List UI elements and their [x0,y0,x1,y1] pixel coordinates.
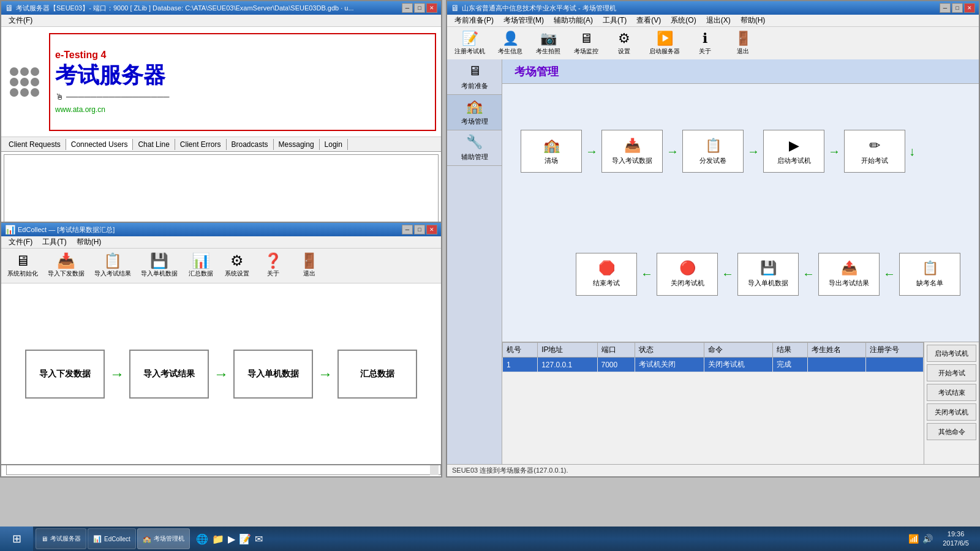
toolbar-register-exam[interactable]: 📝 注册考试机 [452,29,488,57]
taskbar-word-icon[interactable]: 📝 [239,533,251,545]
tool-import-standalone[interactable]: 💾 导入单机数据 [137,251,181,280]
register-exam-icon: 📝 [462,31,478,47]
toolbar-settings-label: 设置 [618,47,630,56]
menu-view[interactable]: 查看(V) [631,14,666,27]
toolbar-exam-monitor[interactable]: 🖥 考场监控 [571,29,601,57]
taskbar-folder-icon[interactable]: 📁 [212,533,224,545]
edcollect-close-button[interactable]: ✕ [426,225,437,234]
wf-end-exam[interactable]: 🛑 结束考试 [576,253,637,296]
tab-chat-line[interactable]: Chat Line [133,139,175,150]
table-row[interactable]: 1 127.0.0.1 7000 考试机关闭 关闭考试机 完成 [503,358,924,372]
tool-init-system[interactable]: 🖥 系统初始化 [4,251,42,280]
logo-url[interactable]: www.ata.org.cn [55,105,430,114]
wf-start-exam-machine[interactable]: ▶ 启动考试机 [763,130,824,173]
menu-system[interactable]: 系统(O) [666,14,701,27]
sidebar-aux-mgmt[interactable]: 🔧 辅助管理 [447,130,502,166]
menu-aux-func[interactable]: 辅助功能(A) [549,14,598,27]
wf-import-exam-data[interactable]: 📥 导入考试数据 [601,130,663,173]
flow-import-distribute[interactable]: 导入下发数据 [25,350,105,399]
tab-messaging[interactable]: Messaging [274,139,320,150]
menu-help[interactable]: 帮助(H) [736,14,771,27]
flow-arrow-2: → [214,365,228,383]
taskbar-media-icon[interactable]: ▶ [228,533,235,545]
tool-exit[interactable]: 🚪 退出 [292,251,326,280]
exam-mgmt-maximize-button[interactable]: □ [952,3,963,13]
wf-export-results[interactable]: 📤 导出考试结果 [818,253,880,296]
sidebar-aux-mgmt-icon: 🔧 [466,134,483,150]
menu-exit[interactable]: 退出(X) [701,14,736,27]
tray-volume-icon[interactable]: 🔊 [922,534,933,544]
taskbar-clock[interactable]: 19:36 2017/6/5 [937,530,975,549]
toolbar-student-info[interactable]: 👤 考生信息 [495,29,526,57]
menu-pre-exam[interactable]: 考前准备(P) [450,14,499,27]
tool-about[interactable]: ❓ 关于 [256,251,290,280]
btn-begin-exam[interactable]: 开始考试 [927,364,976,381]
toolbar-start-server-label: 启动服务器 [649,47,680,56]
sidebar-exam-mgmt[interactable]: 🏫 考场管理 [447,95,502,130]
exam-server-titlebar: 🖥 考试服务器【SEUE03】- 端口：9000 [ ZLib ] Databa… [1,1,441,15]
tab-connected-users[interactable]: Connected Users [66,139,134,150]
menu-tools[interactable]: 工具(T) [598,14,631,27]
wf-clear-room[interactable]: 🏫 清场 [521,130,582,173]
minimize-button[interactable]: ─ [402,3,413,13]
taskbar-label-3: 考场管理机 [154,534,184,543]
taskbar-ie-icon[interactable]: 🌐 [196,533,208,545]
col-port: 端口 [597,343,635,358]
toolbar-exit[interactable]: 🚪 退出 [728,29,758,57]
edcollect-minimize-button[interactable]: ─ [402,225,413,234]
toolbar-settings[interactable]: ⚙ 设置 [609,29,639,57]
sidebar-pre-exam[interactable]: 🖥 考前准备 [447,59,502,95]
exam-data-table[interactable]: 机号 IP地址 端口 状态 命令 结果 考生姓名 注册学号 [502,342,924,464]
flow-import-standalone[interactable]: 导入单机数据 [233,350,313,399]
wf-import-standalone-data[interactable]: 💾 导入单机数据 [737,253,799,296]
flow-import-results[interactable]: 导入考试结果 [129,350,209,399]
toolbar-student-photo[interactable]: 📷 考生拍照 [533,29,564,57]
maximize-button[interactable]: □ [414,3,425,13]
btn-start-exam-machine[interactable]: 启动考试机 [927,345,976,362]
wf-start-exam[interactable]: ✏ 开始考试 [844,130,905,173]
logo-dot-1 [10,67,18,76]
exam-table-container: 机号 IP地址 端口 状态 命令 结果 考生姓名 注册学号 [502,342,979,464]
edcollect-menu-help[interactable]: 帮助(H) [72,236,107,249]
close-button[interactable]: ✕ [426,3,437,13]
btn-end-exam[interactable]: 考试结束 [927,384,976,401]
taskbar-label-2: EdCollect [104,536,130,542]
tab-broadcasts[interactable]: Broadcasts [227,139,274,150]
flow-aggregate[interactable]: 汇总数据 [337,350,417,399]
toolbar-about[interactable]: ℹ 关于 [690,29,720,57]
exam-mgmt-close-button[interactable]: ✕ [964,3,975,13]
edcollect-maximize-button[interactable]: □ [414,225,425,234]
toolbar-start-server[interactable]: ▶️ 启动服务器 [647,29,682,57]
tool-aggregate[interactable]: 📊 汇总数据 [184,251,217,280]
wf-arrow-1: → [586,144,598,159]
wf-absent-list[interactable]: 📋 缺考名单 [899,253,960,296]
logo-area: e-Testing 4 考试服务器 🖱 ───────────────── ww… [1,27,441,137]
edcollect-menu-tools[interactable]: 工具(T) [37,236,71,249]
tab-client-errors[interactable]: Client Errors [175,139,227,150]
tray-network-icon[interactable]: 📶 [908,534,919,544]
btn-other-commands[interactable]: 其他命令 [927,423,976,440]
taskbar-item-3[interactable]: 🏫 考场管理机 [137,528,190,549]
tab-login[interactable]: Login [320,139,348,150]
tool-import-results[interactable]: 📋 导入考试结果 [91,251,135,280]
taskbar-item-1[interactable]: 🖥 考试服务器 [36,528,86,549]
import-standalone-data-icon: 💾 [760,260,777,276]
tool-system-settings[interactable]: ⚙ 系统设置 [220,251,254,280]
menu-file[interactable]: 文件(F) [4,14,37,27]
tab-client-requests[interactable]: Client Requests [4,139,66,150]
menu-exam-mgmt[interactable]: 考场管理(M) [499,14,549,27]
student-info-icon: 👤 [502,31,519,47]
taskbar-outlook-icon[interactable]: ✉ [255,533,263,545]
wf-distribute-paper[interactable]: 📋 分发试卷 [682,130,744,173]
tool-import-distribute[interactable]: 📥 导入下发数据 [44,251,88,280]
wf-close-exam-machine[interactable]: 🔴 关闭考试机 [657,253,718,296]
logo-dot-6 [31,78,39,86]
edcollect-menu-file[interactable]: 文件(F) [4,236,37,249]
start-button[interactable]: ⊞ [0,527,33,551]
edcollect-toolbar: 🖥 系统初始化 📥 导入下发数据 📋 导入考试结果 💾 导入单机数据 📊 汇总数… [1,249,441,283]
taskbar-label-1: 考试服务器 [50,534,81,543]
edcollect-flow-area: 导入下发数据 → 导入考试结果 → 导入单机数据 → 汇总数据 [1,283,441,464]
taskbar-item-2[interactable]: 📊 EdCollect [88,528,136,549]
exam-mgmt-minimize-button[interactable]: ─ [940,3,951,13]
btn-close-exam-machine[interactable]: 关闭考试机 [927,403,976,421]
